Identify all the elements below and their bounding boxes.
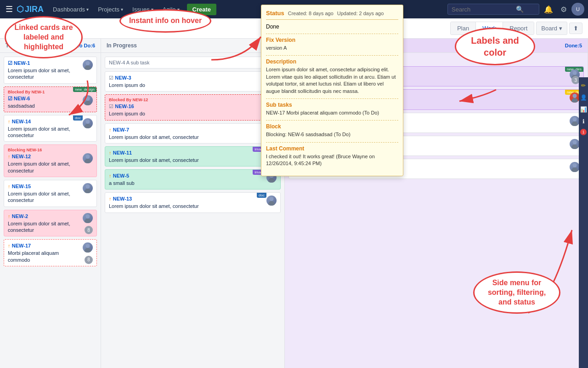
- chart-icon[interactable]: 📊: [579, 105, 588, 114]
- priority-icon: ↑: [109, 127, 112, 132]
- chevron-down-icon: ▾: [121, 7, 123, 12]
- user-avatar[interactable]: U: [571, 3, 584, 16]
- card-id: NEW-13: [113, 196, 132, 201]
- todo-cards-container: ☑ NEW-1 Lorem ipsum dolor sit amet, cons…: [0, 53, 101, 368]
- card-new11[interactable]: image ↑ NEW-11 Lorem ipsum dolor sit ame…: [105, 146, 281, 167]
- search-input[interactable]: [452, 6, 516, 13]
- card-id: NEW-16: [115, 104, 134, 109]
- avatar: [83, 153, 93, 163]
- info-icon[interactable]: ℹ: [581, 117, 586, 126]
- avatar: [83, 60, 93, 70]
- popup-description: Description Lorem ipsum dolor sit amet, …: [266, 58, 398, 95]
- card-id: NEW-2: [12, 213, 28, 219]
- card-id: NEW-17: [12, 243, 31, 248]
- card-id-label: NEW-4 A sub task: [109, 60, 149, 65]
- card-new2[interactable]: ↑ NEW-2 Lorem ipsum dolor sit amet, cons…: [4, 210, 97, 237]
- card-id: NEW-3: [115, 75, 131, 80]
- card-new7[interactable]: ↑ NEW-7 Lorem ipsum dolor sit amet, cons…: [105, 123, 281, 144]
- board-tabs: Plan Work Report: [450, 22, 534, 35]
- popup-subtasks: Sub tasks NEW-17 Morbi placerat aliquam …: [266, 102, 398, 116]
- nav-dashboards[interactable]: Dashboards ▾: [49, 4, 92, 15]
- expand-button[interactable]: ⬆: [569, 23, 582, 34]
- logo-icon: ⬡: [17, 4, 24, 14]
- avatar: [266, 196, 277, 206]
- card-title: Lorem ipsum dolor sit amet, consectetur: [8, 161, 81, 174]
- card-new1[interactable]: ☑ NEW-1 Lorem ipsum dolor sit amet, cons…: [4, 57, 97, 84]
- hamburger-menu[interactable]: ☰: [4, 2, 15, 16]
- card-title: Lorem ipsum dolor sit amet, consectetur: [8, 190, 81, 204]
- card-id: NEW-12: [12, 154, 31, 159]
- card-id: NEW-7: [113, 127, 129, 132]
- priority-icon: ↑: [8, 154, 11, 159]
- card-new6[interactable]: new_design Blocked By NEW-1 ☑ NEW-6 sasd…: [4, 86, 97, 112]
- logo: ⬡ JIRA: [17, 4, 44, 14]
- card-type-icon: ☑: [109, 104, 113, 109]
- card-title: a small sub: [109, 180, 265, 186]
- new-design-badge: new_design: [73, 87, 96, 92]
- avatar: [570, 162, 580, 172]
- blocked-tag: Blocked By NEW-12: [109, 98, 277, 102]
- tab-report[interactable]: Report: [503, 22, 534, 34]
- hover-popup: Status Created: 8 days ago Updated: 2 da…: [261, 5, 403, 176]
- pencil-icon[interactable]: ✏: [580, 81, 587, 90]
- notifications-icon[interactable]: 🔔: [541, 3, 556, 16]
- chevron-down-icon: ▾: [177, 7, 180, 12]
- priority-icon: ↑: [8, 184, 11, 189]
- popup-header: Status Created: 8 days ago Updated: 2 da…: [266, 10, 398, 20]
- card-title: Lorem ipsum dolor sit amet, consectetur: [109, 134, 265, 140]
- right-side-panel: ✏ 👤 📊 ℹ 1: [579, 77, 588, 368]
- notification-badge: 1: [580, 129, 587, 135]
- board-dropdown[interactable]: Board ▾: [536, 22, 567, 35]
- priority-icon: ↑: [8, 213, 11, 219]
- popup-block: Block Blocking: NEW-6 sasdsadsad (To Do): [266, 123, 398, 138]
- card-new12[interactable]: Blocking NEW-16 ↑ NEW-12 Lorem ipsum dol…: [4, 144, 97, 177]
- settings-icon[interactable]: ⚙: [558, 3, 570, 16]
- person-icon[interactable]: 👤: [579, 93, 588, 102]
- doc-badge: doc: [257, 193, 266, 198]
- inprogress-cards-container: NEW-4 A sub task ☑ NEW-3 Lorem ipsum do …: [101, 53, 284, 368]
- popup-fix-version: Fix Version version A: [266, 37, 398, 52]
- tab-plan[interactable]: Plan: [451, 22, 476, 34]
- card-new15[interactable]: ↑ NEW-15 Lorem ipsum dolor sit amet, con…: [4, 180, 97, 207]
- nav-projects[interactable]: Projects ▾: [94, 4, 127, 15]
- nav-agile[interactable]: Agile ▾: [159, 4, 183, 15]
- card-new13[interactable]: doc ↑ NEW-13 Lorem ipsum dolor sit amet,…: [105, 192, 281, 213]
- card-id: NEW-5: [113, 173, 129, 178]
- todo-column: To Do To Do:6 ☑ NEW-1 Lorem ipsum dolor …: [0, 39, 101, 368]
- chevron-down-icon: ▾: [559, 25, 562, 32]
- card-title: Lorem ipsum dolor sit amet, consectetur: [8, 220, 81, 234]
- avatar: [570, 139, 580, 149]
- card-new16[interactable]: Blocked By NEW-12 ☑ NEW-16 Lorem ipsum d…: [105, 94, 281, 120]
- chevron-down-icon: ▾: [151, 7, 153, 12]
- create-button[interactable]: Create: [187, 4, 216, 15]
- popup-status-row: Done: [266, 23, 398, 30]
- card-title: Morbi placerat aliquam commodo: [8, 250, 81, 263]
- card-title: Lorem ipsum dolor sit amet, consectetur: [8, 67, 81, 80]
- card-count-badge: 8: [85, 256, 93, 264]
- todo-column-header: To Do To Do:6: [0, 39, 101, 53]
- card-new14[interactable]: doc ↑ NEW-14 Lorem ipsum dolor sit amet,…: [4, 115, 97, 142]
- card-title: Lorem ipsum do: [109, 82, 265, 88]
- avatar: [570, 116, 580, 126]
- card-new5[interactable]: image ↑ NEW-5 a small sub: [105, 169, 281, 190]
- search-icon: 🔍: [516, 6, 524, 13]
- card-new3[interactable]: ☑ NEW-3 Lorem ipsum do: [105, 71, 281, 92]
- popup-last-comment: Last Comment I checked it out! It works …: [266, 145, 398, 167]
- search-box[interactable]: 🔍: [447, 4, 539, 15]
- blocking-tag: Blocking NEW-16: [8, 148, 93, 152]
- priority-icon: ↑: [109, 196, 112, 201]
- card-new4-sub[interactable]: NEW-4 A sub task: [105, 57, 281, 69]
- nav-issues[interactable]: Issues ▾: [129, 4, 157, 15]
- avatar: [83, 183, 93, 193]
- avatar: [83, 242, 93, 253]
- card-id: NEW-14: [12, 119, 31, 124]
- tab-work[interactable]: Work: [476, 22, 503, 34]
- avatar: [83, 95, 93, 105]
- card-id: ☑ NEW-1: [8, 60, 30, 66]
- inprogress-column-header: In Progress: [101, 39, 284, 53]
- card-type-icon: ☑: [109, 75, 113, 80]
- avatar: [83, 118, 93, 128]
- priority-icon: ↑: [109, 150, 112, 155]
- avatar: [83, 213, 93, 223]
- card-new17[interactable]: ↑ NEW-17 Morbi placerat aliquam commodo …: [4, 239, 97, 266]
